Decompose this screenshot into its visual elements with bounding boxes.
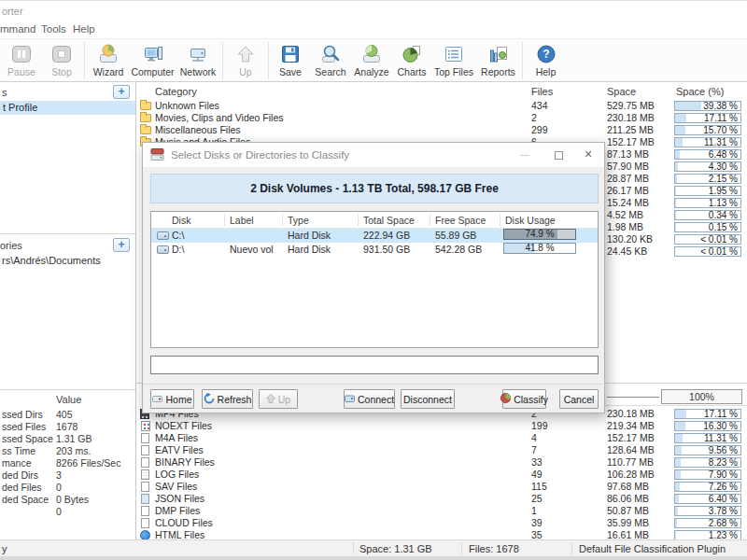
stats-label: ded Space (2, 494, 49, 506)
column-separator (224, 214, 225, 226)
add-profile-button[interactable]: + (113, 85, 130, 99)
up-button[interactable]: Up (225, 41, 266, 80)
header-disk-usage[interactable]: Disk Usage (505, 215, 556, 226)
bar-fill (675, 519, 677, 527)
dialog-title-bar[interactable]: Select Disks or Directories to Classify … (143, 143, 604, 167)
up-button[interactable]: Up (259, 389, 298, 409)
header-type[interactable]: Type (288, 215, 309, 226)
menu-command[interactable]: mmand (0, 23, 35, 35)
connect-button[interactable]: Connect (344, 389, 395, 409)
wizard-icon (96, 43, 120, 65)
close-icon[interactable]: × (585, 147, 592, 161)
toolbar-separator (84, 42, 85, 79)
bar-label: 9.56 % (709, 446, 738, 455)
sidebar-item-directory[interactable]: rs\Andrés\Documents (0, 254, 135, 268)
pause-icon (9, 43, 34, 65)
cell-space: 57.90 MB (607, 161, 649, 173)
menu-tools[interactable]: Tools (41, 23, 66, 35)
save-button[interactable]: Save (271, 41, 310, 80)
svg-text:?: ? (543, 48, 549, 61)
table-row[interactable]: Movies, Clips and Video Files 2 230.18 M… (136, 112, 747, 124)
report-icon (486, 43, 511, 65)
stats-label: mance (2, 457, 32, 469)
classify-button[interactable]: Classify (502, 389, 546, 409)
space-percent-bar: 1.13 % (674, 198, 741, 208)
title-bar[interactable]: orter (0, 0, 747, 19)
header-total-space[interactable]: Total Space (363, 215, 415, 226)
cell-space: 97.68 MB (607, 481, 649, 493)
table-row[interactable]: CLOUD Files 39 35.99 MB 2.68 % (136, 517, 747, 529)
column-separator (500, 214, 500, 226)
table-row[interactable]: BINARY Files 33 110.77 MB 8.23 % (136, 456, 747, 469)
percent-scale-header[interactable]: 100% (661, 389, 742, 404)
header-underline (603, 405, 747, 406)
stats-value: 0 (56, 482, 62, 494)
space-percent-bar: 7.26 % (674, 482, 741, 492)
cell-space: 86.06 MB (607, 493, 649, 505)
sidebar-divider (0, 389, 135, 390)
pause-button[interactable]: Pause (2, 41, 41, 80)
table-row[interactable]: NOEXT Files 199 219.34 MB 16.30 % (136, 420, 747, 432)
header-space-percent[interactable]: Space (%) (676, 86, 724, 97)
table-row[interactable]: LOG Files 49 106.28 MB 7.90 % (136, 469, 747, 481)
computer-button[interactable]: Computer (130, 41, 176, 80)
table-row[interactable]: Miscellaneous Files 299 211.25 MB 15.70 … (136, 124, 747, 136)
help-button[interactable]: ? Help (525, 41, 567, 80)
file-type-icon (141, 433, 149, 443)
disconnect-button[interactable]: Disconnect (401, 389, 455, 409)
pie-chart-icon (400, 43, 424, 65)
maximize-icon[interactable] (555, 151, 563, 160)
bar-label: 17.11 % (704, 114, 738, 122)
sidebar-item-profile[interactable]: t Profile (0, 101, 135, 115)
search-icon (318, 43, 343, 65)
analyze-button[interactable]: Analyze (351, 41, 392, 80)
wizard-button[interactable]: Wizard (87, 41, 130, 80)
add-directory-button[interactable]: + (113, 238, 130, 252)
status-files: Files: 1678 (469, 543, 519, 554)
cell-type: Hard Disk (288, 229, 331, 243)
up-arrow-icon (233, 43, 258, 65)
cell-category: Movies, Clips and Video Files (155, 112, 284, 124)
bar-label: 39.38 % (703, 102, 738, 110)
header-disk[interactable]: Disk (172, 215, 190, 226)
toolbar: Pause Stop Wizard Computer Network Up Sa… (0, 39, 747, 82)
table-row[interactable]: SAV Files 115 97.68 MB 7.26 % (136, 481, 747, 493)
cell-free-space: 55.89 GB (435, 229, 476, 243)
header-label[interactable]: Label (230, 215, 254, 226)
header-files[interactable]: Files (531, 86, 553, 97)
home-button[interactable]: Home (150, 389, 194, 409)
header-category[interactable]: Category (155, 86, 197, 97)
table-row[interactable]: EATV Files 7 128.64 MB 9.56 % (136, 444, 747, 456)
header-free-space[interactable]: Free Space (435, 215, 486, 226)
stop-button[interactable]: Stop (41, 41, 82, 80)
network-button[interactable]: Network (176, 41, 220, 80)
cell-files: 4 (531, 432, 537, 444)
top-files-button[interactable]: Top Files (431, 41, 476, 80)
header-space[interactable]: Space (607, 86, 636, 97)
bar-label: 8.23 % (709, 458, 738, 467)
path-input[interactable] (150, 356, 599, 374)
table-row[interactable]: M4A Files 4 152.17 MB 11.31 % (136, 432, 747, 444)
table-row[interactable]: DMP Files 1 50.87 MB 3.78 % (136, 505, 747, 517)
charts-button[interactable]: Charts (392, 41, 431, 80)
refresh-button[interactable]: Refresh (202, 389, 253, 409)
disk-row[interactable]: D:\ Nuevo vol Hard Disk 931.50 GB 542.28… (151, 243, 598, 257)
disk-row[interactable]: C:\ Hard Disk 222.94 GB 55.89 GB 74.9 % (151, 229, 598, 243)
file-type-icon (141, 518, 149, 528)
table-row[interactable]: Unknown Files 434 529.75 MB 39.38 % (136, 100, 747, 112)
menu-help[interactable]: Help (73, 23, 95, 35)
disk-table-body: C:\ Hard Disk 222.94 GB 55.89 GB 74.9 % … (151, 229, 598, 257)
bar-label: 11.31 % (704, 138, 738, 147)
cell-space: 87.13 MB (607, 148, 649, 161)
minimize-icon[interactable] (520, 155, 529, 156)
folder-icon (140, 114, 151, 122)
cell-space: 211.25 MB (607, 124, 654, 136)
bar-label: 41.8 % (504, 244, 575, 253)
space-percent-bar: 15.70 % (674, 125, 741, 135)
cell-space: 152.17 MB (607, 136, 655, 148)
cancel-button[interactable]: Cancel (559, 389, 599, 409)
table-row[interactable]: JSON Files 25 86.06 MB 6.40 % (136, 493, 747, 505)
reports-button[interactable]: Reports (476, 41, 520, 80)
bar-fill (675, 175, 677, 183)
search-button[interactable]: Search (310, 41, 351, 80)
